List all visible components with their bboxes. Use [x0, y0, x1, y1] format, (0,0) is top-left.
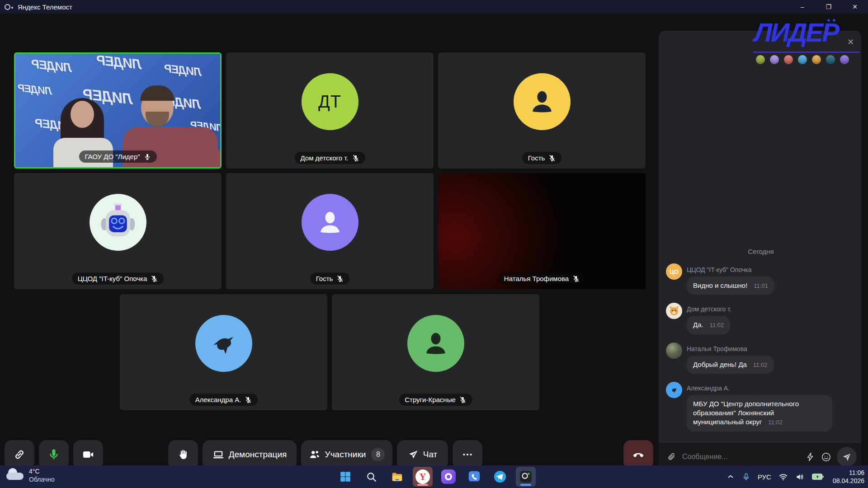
avatar-initials: ДТ	[318, 92, 341, 112]
messenger-button[interactable]	[439, 467, 458, 487]
participant-name: Александра А.	[195, 396, 241, 404]
volume-icon[interactable]	[795, 472, 805, 482]
minimize-button[interactable]: –	[789, 0, 816, 14]
video-tile-strugi-krasnye[interactable]: Струги-Красные	[332, 294, 539, 410]
camera-icon	[82, 448, 94, 461]
participant-name: Струги-Красные	[405, 396, 456, 404]
message-time: 11:02	[753, 361, 768, 368]
weather-temp: 4°C	[29, 467, 55, 475]
sticker-blue-icon	[798, 55, 807, 64]
video-tile-dom-detskogo[interactable]: ДТ Дом детского т.	[226, 52, 434, 169]
robot-icon	[95, 200, 141, 245]
mic-on-green-icon	[47, 448, 60, 461]
language-indicator[interactable]: РУС	[758, 473, 771, 481]
wifi-icon[interactable]	[778, 472, 788, 482]
telemost-icon	[519, 470, 533, 483]
sticker-coral-icon	[784, 55, 793, 64]
telemost-app-button[interactable]	[516, 467, 536, 487]
send-button[interactable]	[837, 447, 857, 467]
bird-avatar	[195, 315, 252, 372]
message-text: МБУ ДО "Центр дополнительного образовани…	[693, 400, 799, 426]
cloud-icon	[6, 472, 24, 483]
telemost-logo-icon	[5, 4, 10, 10]
participants-button[interactable]: Участники 8	[301, 440, 392, 469]
chat-button[interactable]: Чат	[397, 440, 448, 469]
share-screen-button[interactable]: Демонстрация	[203, 440, 297, 469]
cat-emoji-icon	[668, 305, 680, 317]
telemost-window: Яндекс Телемост – ❐ ✕ ЛИДЕР ЛИДЕР ЛИДЕР …	[0, 0, 868, 488]
message-author: Наталья Трофимова	[687, 342, 856, 352]
participant-name: Гость	[316, 275, 333, 282]
avatar: ДТ	[302, 73, 359, 130]
lider-logo-sticker: ЛИДЕР	[754, 19, 862, 48]
paper-plane-icon	[408, 449, 419, 460]
avatar-photo	[666, 343, 682, 359]
attach-icon[interactable]	[667, 452, 677, 462]
chat-message-list[interactable]: Сегодня ЦО ЦЦОД "IT-куб" Опочка Видно и …	[666, 248, 856, 441]
video-tile-natalya[interactable]: Наталья Трофимова	[438, 173, 646, 289]
mic-muted-icon	[245, 396, 252, 404]
sticker-emoji-row	[756, 55, 849, 64]
person-icon	[526, 86, 558, 117]
battery-icon[interactable]	[812, 472, 824, 481]
message-input[interactable]	[682, 453, 800, 461]
participants-count-badge: 8	[371, 448, 385, 461]
mic-on-icon	[144, 153, 151, 160]
avatar	[407, 315, 464, 372]
start-button[interactable]	[335, 467, 355, 487]
video-tile-aleksandra[interactable]: Александра А.	[120, 294, 327, 410]
message-time: 11:02	[768, 419, 783, 426]
video-tile-it-cube[interactable]: ЦЦОД "IT-куб" Опочка	[14, 173, 222, 289]
end-call-button[interactable]	[623, 440, 653, 469]
taskbar-apps: Y	[335, 467, 536, 487]
running-indicator	[520, 484, 531, 486]
window-title: Яндекс Телемост	[18, 3, 72, 11]
raise-hand-button[interactable]	[168, 440, 198, 469]
search-button[interactable]	[361, 467, 381, 487]
copy-link-button[interactable]	[5, 440, 34, 469]
tray-mic-icon[interactable]	[742, 473, 750, 481]
bird-avatar	[666, 382, 682, 398]
sticker-orange-icon	[812, 55, 821, 64]
tray-time: 11:06	[833, 469, 864, 477]
calls-app-button[interactable]	[464, 467, 484, 487]
participant-name-badge: Наталья Трофимова	[498, 272, 585, 285]
tray-chevron-icon[interactable]	[726, 473, 735, 481]
message-bubble: Видно и слышно!11:01	[687, 277, 774, 295]
file-explorer-button[interactable]	[387, 467, 407, 487]
taskbar-clock[interactable]: 11:06 08.04.2026	[833, 469, 864, 485]
participant-name-badge: Гость	[522, 152, 562, 164]
video-tile-gaou-lider[interactable]: ЛИДЕР ЛИДЕР ЛИДЕР ЛИДЕР ЛИДЕР ЛИДЕР ЛИДЕ…	[14, 52, 222, 169]
microphone-button[interactable]	[39, 440, 69, 469]
messenger-o-icon	[445, 473, 452, 480]
sticker-violet-icon	[840, 55, 849, 64]
link-icon	[14, 449, 25, 460]
video-tile-guest-2[interactable]: Гость	[226, 173, 434, 289]
chat-label: Чат	[423, 450, 438, 460]
chat-message: Александра А. МБУ ДО "Центр дополнительн…	[666, 381, 856, 432]
video-tile-guest-1[interactable]: Гость	[438, 52, 646, 169]
maximize-button[interactable]: ❐	[816, 0, 842, 14]
camera-button[interactable]	[73, 440, 103, 469]
more-options-button[interactable]	[453, 440, 482, 469]
message-author: Александра А.	[687, 381, 856, 392]
avatar	[666, 303, 682, 319]
folder-icon	[391, 471, 403, 483]
participant-name: Наталья Трофимова	[504, 275, 569, 282]
quick-reply-icon[interactable]	[806, 452, 816, 462]
meeting-stage: ЛИДЕР ЛИДЕР ЛИДЕР ЛИДЕР ЛИДЕР ЛИДЕР ЛИДЕ…	[0, 14, 868, 465]
yandex-browser-button[interactable]: Y	[413, 467, 433, 487]
emoji-icon[interactable]	[821, 452, 831, 462]
participant-name-badge: Гость	[310, 272, 350, 285]
ellipsis-icon	[461, 448, 474, 461]
message-author: ЦЦОД "IT-куб" Опочка	[687, 263, 856, 273]
sticker-teal-icon	[826, 55, 835, 64]
close-button[interactable]: ✕	[842, 0, 868, 14]
weather-widget[interactable]: 4°C Облачно	[6, 467, 55, 483]
windows-icon	[340, 471, 351, 483]
telegram-button[interactable]	[490, 467, 510, 487]
avatar	[514, 73, 571, 130]
video-feed-dark	[438, 173, 646, 289]
bird-icon	[669, 385, 679, 395]
message-time: 11:01	[754, 282, 768, 289]
